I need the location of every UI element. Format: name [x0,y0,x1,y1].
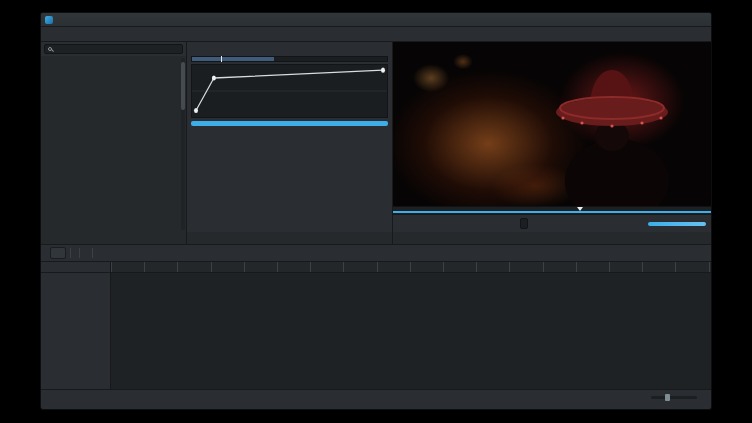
video-preview[interactable] [393,42,711,206]
project-bin-view [41,56,186,232]
timeline-ruler[interactable] [111,262,711,273]
time-remapping-panel [187,42,393,232]
clip-grid [41,56,186,62]
master-button[interactable] [41,262,110,273]
timeline [41,262,711,389]
bin-scrollbar[interactable] [181,58,185,230]
timeline-body[interactable] [111,262,711,389]
desktop-background [0,0,752,423]
monitor-toolbar [393,214,711,232]
project-bin-toolbar [41,42,186,56]
monitor-zone-bar [393,211,711,213]
kdenlive-window [40,12,712,410]
dock-tabs [41,232,711,245]
sombrero-figure [537,56,687,206]
timeline-zoom-slider[interactable] [651,396,697,399]
keyframe-toolbar [191,138,388,147]
timeline-tracks [111,273,711,389]
app-icon [45,16,53,24]
titlebar[interactable] [41,13,711,27]
source-clip-strip[interactable] [191,56,388,62]
statusbar [41,389,711,405]
middle-dock-tabs [187,232,393,244]
remap-curve-editor[interactable] [191,64,388,118]
monitor-playhead-marker[interactable] [577,207,583,211]
audio-level-meter [648,222,706,226]
project-monitor-panel [393,42,711,232]
monitor-seekbar[interactable] [393,206,711,214]
search-input[interactable] [55,45,179,53]
search-icon [48,47,52,51]
statusbar-right [639,396,705,399]
timeline-toolbar [41,245,711,262]
remap-curve [192,65,387,117]
project-bin-panel [41,42,187,232]
menubar [41,27,711,42]
left-dock-tabs [41,232,187,244]
monitor-timecode[interactable] [520,218,528,229]
track-headers [41,262,111,389]
main-area [41,42,711,232]
edit-mode-dropdown[interactable] [50,247,66,259]
bin-search [44,44,183,54]
right-dock-tabs [393,232,711,244]
remap-zoombar[interactable] [191,121,388,126]
